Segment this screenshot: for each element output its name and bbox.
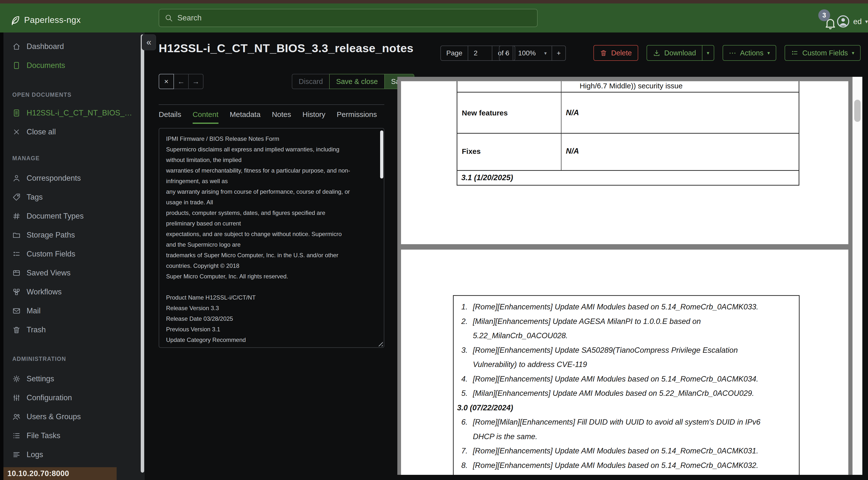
sidebar-section-open-documents: OPEN DOCUMENTS [12,92,71,98]
tab[interactable]: Details [159,110,181,124]
list-item: 2. [Milan][Enhancements] Update AGESA Mi… [454,314,799,329]
release-notes-table: High/6.7 Middle)) security issue New fea… [457,81,799,186]
sidebar-manage: Correspondents Tags Document Types Stora… [3,169,136,339]
pdf-scrollbar-thumb[interactable] [854,100,861,122]
sidebar-item[interactable]: Close all [3,122,136,141]
tab[interactable]: History [302,110,325,124]
chevron-down-icon: ▾ [865,19,868,25]
close-document-button[interactable]: × [159,74,174,89]
list-item: 3. [Rome][Enhancements] Update SA50289(T… [454,343,799,358]
sidebar-item[interactable]: Users & Groups [3,407,136,426]
sidebar-item[interactable]: Custom Fields [3,244,136,263]
list-item: 3.0 (07/22/2024) [454,401,799,415]
sidebar-item[interactable]: Logs [3,445,136,464]
status-url-tooltip: 10.10.20.70:8000 [3,467,117,480]
tasks-icon [12,431,21,440]
trash-icon [600,49,607,57]
search-icon [164,14,173,22]
page-label: Page [440,46,468,61]
sidebar-item[interactable]: Document Types [3,207,136,226]
tab[interactable]: Content [193,110,218,124]
tab[interactable]: Permissions [337,110,377,124]
file-icon [12,61,21,70]
sidebar: Dashboard Documents OPEN DOCUMENTS H12SS… [3,32,145,480]
save-and-close-button[interactable]: Save & close [329,74,384,89]
sidebar-scrollbar[interactable] [141,34,144,473]
tab[interactable]: Metadata [230,110,260,124]
sidebar-item[interactable]: Settings [3,369,136,388]
discard-button[interactable]: Discard [292,74,330,89]
custom-fields-button[interactable]: Custom Fields ▾ [784,45,861,61]
page-number-input[interactable]: 2 [468,46,492,61]
logs-icon [12,450,21,459]
download-button[interactable]: Download [647,45,703,61]
previous-document-button[interactable]: ← [174,74,189,89]
sidebar-item[interactable]: H12SSL-i_C_CT_NT_BIOS_3.3_rel... [3,103,136,122]
zoom-control: - 100% ▾ + [499,46,566,61]
user-avatar[interactable] [836,14,850,29]
sidebar-collapse-button[interactable]: « [142,34,156,50]
sidebar-item[interactable]: Mail [3,301,136,320]
sidebar-item[interactable]: Correspondents [3,169,136,187]
download-split-button: Download ▾ [647,45,714,61]
dots-icon: ⋯ [729,49,736,57]
home-icon [12,42,21,51]
list-item: DHCP is the same. [454,429,799,444]
fields-icon [791,49,798,57]
chevron-down-icon: ▾ [852,50,854,56]
download-icon [653,49,660,57]
zoom-level-value: 100% [518,49,536,57]
app-name[interactable]: Paperless-ngx [24,15,81,25]
pdf-scrollbar[interactable] [852,77,862,475]
search-input[interactable] [177,13,532,22]
person-circle-icon [836,14,850,29]
table-row-label: Fixes [462,147,481,156]
zoom-in-button[interactable]: + [552,46,566,61]
sidebar-item[interactable]: Dashboard [3,37,136,56]
list-item: 7. [Rome][Enhancements] Update AMI Modul… [454,444,799,458]
zoom-level-select[interactable]: 100% ▾ [513,46,552,61]
list-item: 6. [Rome][Milan][Enhancements] Fill DUID… [454,415,799,429]
table-row-value: N/A [566,108,579,117]
fields-icon [12,250,21,258]
mail-icon [12,307,21,315]
actions-menu-button[interactable]: ⋯ Actions ▾ [722,45,776,61]
delete-button[interactable]: Delete [593,45,638,61]
tab[interactable]: Notes [272,110,291,124]
table-partial-row-text: High/6.7 Middle)) security issue [580,82,683,90]
next-document-button[interactable]: → [188,74,204,89]
sliders-icon [12,394,21,402]
save-button-group: Discard Save & close Save [292,74,414,89]
sidebar-item[interactable]: Workflows [3,282,136,301]
users-icon [12,413,21,421]
document-tabs: Details Content Metadata Notes History P… [159,110,377,124]
document-actions-toolbar: Delete Download ▾ ⋯ Actions ▾ Custom Fie… [593,45,868,61]
download-options-button[interactable]: ▾ [703,45,714,61]
hash-icon [12,212,21,220]
list-item: Vulnerability) to address CVE-119 [454,357,799,372]
app-header: Paperless-ngx 3 ed ▾ [0,3,868,32]
sidebar-item[interactable]: Trash [3,320,136,339]
content-textarea[interactable]: IPMI Firmware / BIOS Release Notes Form … [159,128,384,348]
gear-icon [12,374,21,383]
zoom-out-button[interactable]: - [499,46,513,61]
notification-badge: 3 [818,9,830,21]
list-item: 9. [Rome][Milan][Enhancements] For UsbBu… [454,473,799,475]
sidebar-item[interactable]: Storage Paths [3,226,136,244]
user-menu[interactable]: ed ▾ [853,17,868,26]
sidebar-open-documents: H12SSL-i_C_CT_NT_BIOS_3.3_rel... Close a… [3,103,136,141]
list-item: 1. [Rome][Enhancements] Update AMI Modul… [454,300,799,314]
pdf-page-2: 1. [Rome][Enhancements] Update AMI Modul… [401,249,848,475]
sidebar-item[interactable]: Tags [3,187,136,207]
folder-icon [12,231,21,239]
chevron-down-icon: ▾ [544,50,547,56]
list-item: 4. [Rome][Enhancements] Update AMI Modul… [454,372,799,387]
table-row-label: New features [462,109,508,117]
content-scrollbar[interactable] [380,130,383,178]
global-search[interactable] [159,9,537,27]
sidebar-item[interactable]: Documents [3,56,136,75]
sidebar-item[interactable]: Configuration [3,388,136,407]
sidebar-item[interactable]: Saved Views [3,263,136,282]
sidebar-item[interactable]: File Tasks [3,426,136,445]
trash-icon [12,326,21,334]
